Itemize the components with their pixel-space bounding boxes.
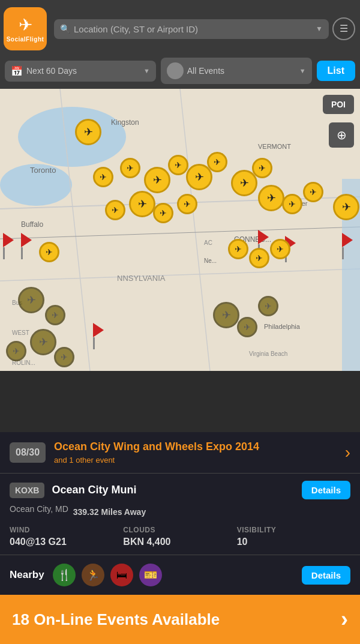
map-pin[interactable]: ✈ [105,200,125,220]
visibility-col: VISIBILITY 10 [237,526,350,547]
nearby-hotel-icon[interactable]: 🛏 [110,564,133,586]
plane-icon: ✈ [175,160,182,170]
map-pin[interactable]: ✈ [45,305,65,325]
map-pin[interactable]: ✈ [249,248,269,268]
map-pin[interactable]: ✈ [207,152,227,172]
logo-text: SocialFlight [7,36,44,43]
map-pin[interactable]: ✈ [252,158,272,178]
svg-text:NNSYLVANIA: NNSYLVANIA [117,274,166,283]
nearby-restaurant-icon[interactable]: 🍴 [53,564,76,586]
airport-name: Ocean City Muni [52,484,294,496]
event-chevron-icon[interactable]: › [345,443,350,462]
menu-icon: ☰ [340,24,348,34]
map-pin[interactable]: ✈ [6,341,26,361]
map-pin[interactable]: ✈ [153,203,173,223]
plane-icon: ✈ [13,346,20,356]
map-pin[interactable]: ✈ [168,155,188,175]
search-bar[interactable]: 🔍 Location (City, ST or Airport ID) ▼ [54,19,329,39]
event-panel[interactable]: 08/30 Ocean City Wing and Wheels Expo 20… [0,432,360,474]
map-flag [21,233,32,259]
map-pin[interactable]: ✈ [258,296,278,316]
map-flag [93,323,104,349]
plane-icon: ✈ [235,244,242,254]
date-filter-button[interactable]: 📅 Next 60 Days ▼ [5,61,156,82]
map-pin[interactable]: ✈ [75,119,101,145]
map-pin[interactable]: ✈ [120,158,140,178]
search-input[interactable]: Location (City, ST or Airport ID) [74,24,312,34]
plane-icon: ✈ [240,176,249,190]
plane-icon: ✈ [195,170,204,184]
map-pin[interactable]: ✈ [129,191,155,217]
map-pin[interactable]: ✈ [30,329,56,355]
plane-icon: ✈ [222,308,231,322]
plane-icon: ✈ [342,200,351,214]
map-pin[interactable]: ✈ [258,185,284,211]
distance-text: 339.32 Miles Away [73,507,146,517]
event-subtitle: and 1 other event [54,456,337,465]
map-pin[interactable]: ✈ [282,194,302,214]
events-filter-button[interactable]: All Events ▼ [161,58,312,84]
calendar-icon: 📅 [11,65,23,77]
map-pin[interactable]: ✈ [213,302,239,328]
plane-icon: ✈ [214,157,221,167]
header: ✈ SocialFlight 🔍 Location (City, ST or A… [0,0,360,89]
bottom-bar[interactable]: 18 On-Line Events Available › [0,595,360,644]
logo-plane-icon: ✈ [19,15,32,35]
plane-icon: ✈ [259,163,266,173]
plane-icon: ✈ [112,205,119,215]
details-button-1[interactable]: Details [302,481,350,499]
date-filter-label: Next 60 Days [26,66,140,76]
logo: ✈ SocialFlight [4,7,47,50]
plane-icon: ✈ [27,293,36,307]
locate-button[interactable]: ⊕ [329,122,354,148]
map-pin[interactable]: ✈ [333,194,359,220]
plane-icon: ✈ [52,310,59,320]
map-pin[interactable]: ✈ [18,287,44,313]
weather-panel: KOXB Ocean City Muni Details Ocean City,… [0,474,360,555]
weather-data: WIND 040@13 G21 CLOUDS BKN 4,400 VISIBIL… [10,526,350,547]
bottom-panels: 08/30 Ocean City Wing and Wheels Expo 20… [0,432,360,595]
visibility-label: VISIBILITY [237,526,350,534]
plane-icon: ✈ [46,247,53,257]
plane-icon: ✈ [153,173,162,187]
plane-icon: ✈ [184,199,191,209]
details-button-2[interactable]: Details [302,566,350,585]
events-filter-arrow-icon: ▼ [299,67,306,74]
svg-point-1 [18,107,126,167]
map-pin[interactable]: ✈ [54,347,74,367]
plane-icon: ✈ [277,244,284,254]
event-title: Ocean City Wing and Wheels Expo 2014 [54,441,337,454]
map-pin[interactable]: ✈ [93,167,113,187]
search-icon: 🔍 [60,24,70,34]
menu-button[interactable]: ☰ [332,17,355,40]
svg-text:Kingston: Kingston [111,118,139,127]
map-pin[interactable]: ✈ [228,239,248,259]
map-pin[interactable]: ✈ [270,239,290,259]
plane-icon: ✈ [244,322,251,332]
event-info: Ocean City Wing and Wheels Expo 2014 and… [54,441,337,465]
plane-icon: ✈ [289,199,296,209]
search-dropdown-arrow-icon: ▼ [316,25,323,33]
map-pin[interactable]: ✈ [39,242,59,262]
map-pin[interactable]: ✈ [303,182,323,202]
plane-icon: ✈ [265,301,272,311]
svg-text:VERMONT: VERMONT [258,143,291,150]
map[interactable]: Toronto Buffalo Kingston VERMONT Manches… [0,89,360,371]
map-pin[interactable]: ✈ [144,167,170,193]
map-pin[interactable]: ✈ [237,317,257,337]
map-pin[interactable]: ✈ [177,194,197,214]
weather-row1: KOXB Ocean City Muni Details [10,481,350,499]
wind-col: WIND 040@13 G21 [10,526,123,547]
plane-icon: ✈ [256,253,263,263]
poi-button[interactable]: POI [323,95,354,114]
locate-icon: ⊕ [337,128,347,142]
nearby-sports-icon[interactable]: 🏃 [82,564,104,586]
header-row1: ✈ SocialFlight 🔍 Location (City, ST or A… [0,0,360,55]
list-view-button[interactable]: List [317,61,355,81]
header-row2: 📅 Next 60 Days ▼ All Events ▼ List [0,55,360,89]
nearby-entertainment-icon[interactable]: 🎫 [139,564,162,586]
wind-label: WIND [10,526,123,534]
plane-icon: ✈ [61,352,68,362]
plane-icon: ✈ [39,336,48,349]
map-flag [342,233,353,259]
